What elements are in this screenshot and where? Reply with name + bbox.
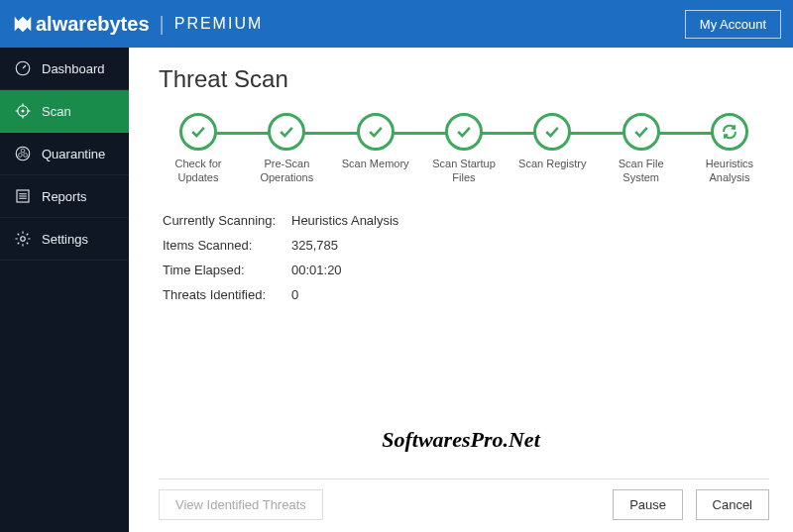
checkmark-icon [533, 113, 571, 151]
stat-items-scanned: Items Scanned: 325,785 [163, 238, 769, 253]
footer-bar: View Identified Threats Pause Cancel [159, 479, 769, 520]
svg-point-8 [21, 237, 26, 242]
sidebar: Dashboard Scan Quarantine Reports Settin… [0, 48, 129, 532]
crosshair-icon [14, 102, 32, 120]
checkmark-icon [357, 113, 395, 151]
step-registry: Scan Registry [512, 113, 592, 170]
checkmark-icon [445, 113, 483, 151]
stat-label: Threats Identified: [163, 287, 291, 302]
step-label: Check for Updates [159, 157, 238, 185]
sidebar-item-label: Quarantine [42, 147, 105, 161]
step-label: Pre-Scan Operations [247, 157, 326, 185]
sidebar-item-label: Dashboard [42, 61, 105, 76]
checkmark-icon [623, 113, 660, 151]
pause-button[interactable]: Pause [613, 489, 683, 520]
scan-steps: Check for Updates Pre-Scan Operations Sc… [159, 113, 769, 185]
svg-point-5 [19, 154, 23, 158]
step-pre-scan: Pre-Scan Operations [247, 113, 326, 185]
app-header: alwarebytes | PREMIUM My Account [0, 0, 793, 48]
stat-currently-scanning: Currently Scanning: Heuristics Analysis [163, 213, 769, 228]
step-label: Scan Startup Files [424, 157, 504, 185]
svg-point-2 [22, 110, 25, 113]
gauge-icon [14, 59, 32, 77]
step-label: Scan Memory [342, 157, 409, 170]
sidebar-item-settings[interactable]: Settings [0, 218, 129, 261]
sidebar-item-label: Settings [42, 232, 88, 247]
scan-stats: Currently Scanning: Heuristics Analysis … [163, 213, 769, 312]
sidebar-item-scan[interactable]: Scan [0, 90, 129, 133]
gear-icon [14, 230, 32, 248]
brand-suffix: PREMIUM [174, 15, 264, 33]
step-check-updates: Check for Updates [159, 113, 238, 185]
step-memory: Scan Memory [336, 113, 415, 170]
stat-label: Currently Scanning: [163, 213, 291, 228]
checkmark-icon [268, 113, 305, 151]
stat-value: 325,785 [291, 238, 338, 253]
sidebar-item-label: Scan [42, 104, 71, 119]
my-account-button[interactable]: My Account [685, 10, 781, 39]
biohazard-icon [14, 145, 32, 162]
sidebar-item-label: Reports [42, 189, 87, 204]
step-label: Scan Registry [518, 157, 586, 170]
app-logo: alwarebytes | PREMIUM [12, 13, 263, 36]
sidebar-item-quarantine[interactable]: Quarantine [0, 133, 129, 175]
step-heuristics: Heuristics Analysis [690, 113, 769, 185]
list-icon [14, 187, 32, 205]
stat-value: 00:01:20 [291, 263, 342, 277]
stat-value: 0 [291, 287, 298, 302]
svg-point-4 [21, 149, 25, 153]
step-label: Scan File System [602, 157, 681, 185]
brand-name: alwarebytes [36, 13, 150, 36]
sidebar-item-dashboard[interactable]: Dashboard [0, 48, 129, 90]
checkmark-icon [179, 113, 217, 151]
page-title: Threat Scan [159, 65, 769, 93]
stat-value: Heuristics Analysis [291, 213, 398, 228]
stat-label: Time Elapsed: [163, 263, 291, 277]
sidebar-item-reports[interactable]: Reports [0, 175, 129, 218]
refresh-icon [711, 113, 748, 151]
cancel-button[interactable]: Cancel [696, 489, 769, 520]
stat-label: Items Scanned: [163, 238, 291, 253]
view-threats-button: View Identified Threats [159, 489, 323, 520]
stat-time-elapsed: Time Elapsed: 00:01:20 [163, 263, 769, 277]
stat-threats-identified: Threats Identified: 0 [163, 287, 769, 302]
malwarebytes-logo-icon [12, 13, 34, 35]
svg-point-6 [24, 154, 28, 158]
step-file-system: Scan File System [602, 113, 681, 185]
main-content: Threat Scan Check for Updates Pre-Scan O… [129, 48, 793, 532]
step-startup: Scan Startup Files [424, 113, 504, 185]
watermark-text: SoftwaresPro.Net [382, 427, 540, 453]
brand-divider: | [160, 13, 165, 36]
step-label: Heuristics Analysis [690, 157, 769, 185]
